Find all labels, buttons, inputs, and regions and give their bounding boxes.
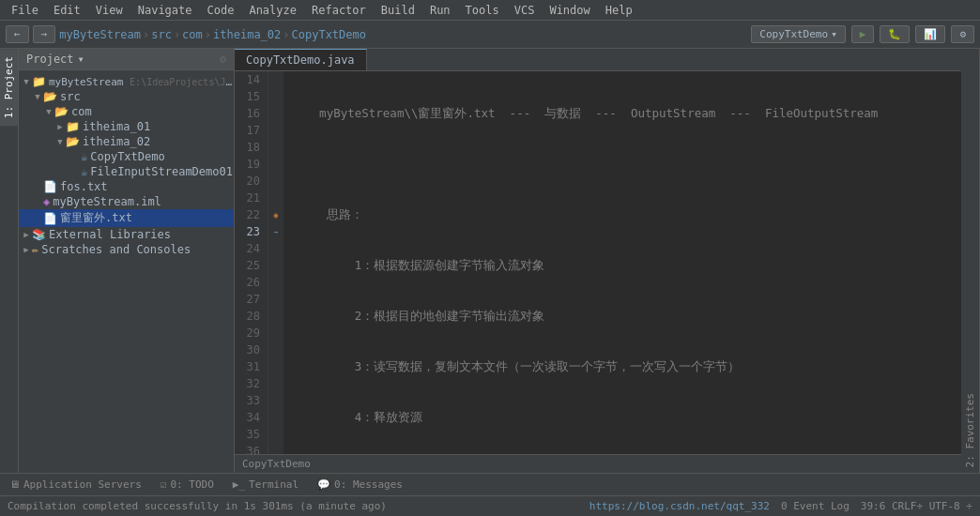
menu-help[interactable]: Help xyxy=(598,2,640,19)
code-line-17: 1：根据数据源创建字节输入流对象 xyxy=(291,257,954,274)
project-panel: Project ▾ ⚙ ▼ 📁 myByteStream E:\IdeaProj… xyxy=(19,49,235,473)
iml-icon: ◈ xyxy=(43,195,50,208)
windowtxt-icon: 📄 xyxy=(43,212,57,225)
coverage-button[interactable]: 📊 xyxy=(915,25,945,43)
tree-item-copytxtdemo[interactable]: ▶ ☕ CopyTxtDemo xyxy=(19,149,234,164)
menu-build[interactable]: Build xyxy=(374,2,422,19)
side-tab-bar: 1: Project xyxy=(0,49,19,473)
code-line-19: 3：读写数据，复制文本文件（一次读取一个字节，一次写入一个字节） xyxy=(291,358,954,375)
menu-edit[interactable]: Edit xyxy=(46,2,88,19)
toolbar: ← → myByteStream › src › com › itheima_0… xyxy=(0,21,980,49)
tree-item-com[interactable]: ▼ 📂 com xyxy=(19,104,234,119)
menu-window[interactable]: Window xyxy=(542,2,597,19)
code-editor[interactable]: 14 15 16 17 18 19 20 21 22 23 24 25 26 2… xyxy=(235,71,961,454)
menu-code[interactable]: Code xyxy=(200,2,242,19)
src-folder-icon: 📂 xyxy=(43,90,57,103)
bottom-tab-todo[interactable]: ☑ 0: TODO xyxy=(151,475,223,494)
favorites-tab[interactable]: 2: Favorites xyxy=(961,387,979,473)
bc-itheima02[interactable]: itheima_02 xyxy=(213,28,281,41)
project-tree: ▼ 📁 myByteStream E:\IdeaProjects\JavaSE.… xyxy=(19,70,234,473)
tree-item-src[interactable]: ▼ 📂 src xyxy=(19,89,234,104)
tree-item-iml[interactable]: ▶ ◈ myByteStream.iml xyxy=(19,194,234,209)
menu-refactor[interactable]: Refactor xyxy=(304,2,374,19)
tree-item-fostxt[interactable]: ▶ 📄 fos.txt xyxy=(19,179,234,194)
tree-item-itheima01[interactable]: ▶ 📁 itheima_01 xyxy=(19,119,234,134)
bc-src[interactable]: src xyxy=(151,28,172,41)
code-line-15 xyxy=(291,156,954,173)
menu-navigate[interactable]: Navigate xyxy=(130,2,200,19)
run-button[interactable]: ▶ xyxy=(851,25,875,43)
status-link[interactable]: https://blog.csdn.net/qqt_332 xyxy=(590,500,770,512)
tree-item-windowtxt[interactable]: ▶ 📄 窗里窗外.txt xyxy=(19,209,234,227)
panel-settings-icon[interactable]: ⚙ xyxy=(220,53,226,66)
more-run-options[interactable]: ⚙ xyxy=(951,25,974,43)
editor-tabs: CopyTxtDemo.java xyxy=(235,49,961,71)
run-config-selector[interactable]: CopyTxtDemo ▾ xyxy=(751,25,845,43)
com-folder-icon: 📂 xyxy=(54,105,69,118)
favorites-tab-bar: 2: Favorites xyxy=(961,49,980,473)
menu-analyze[interactable]: Analyze xyxy=(241,2,304,19)
menu-bar: File Edit View Navigate Code Analyze Ref… xyxy=(0,0,980,21)
tree-item-extlibs[interactable]: ▶ 📚 External Libraries xyxy=(19,227,234,242)
nav-back-button[interactable]: ← xyxy=(6,25,29,43)
status-message: Compilation completed successfully in 1s… xyxy=(8,500,387,512)
todo-icon: ☑ xyxy=(161,478,167,491)
sidebar-tab-project[interactable]: 1: Project xyxy=(0,49,18,126)
status-right: https://blog.csdn.net/qqt_332 0 Event Lo… xyxy=(590,500,972,512)
bottom-tab-appservers[interactable]: 🖥 Application Servers xyxy=(0,475,151,494)
bc-com[interactable]: com xyxy=(182,28,203,41)
tree-item-fileinputstream[interactable]: ▶ ☕ FileInputStreamDemo01 xyxy=(19,164,234,179)
code-line-18: 2：根据目的地创建字节输出流对象 xyxy=(291,308,954,325)
editor-bottom-label: CopyTxtDemo xyxy=(235,454,961,473)
extlibs-icon: 📚 xyxy=(32,228,46,241)
menu-vcs[interactable]: VCS xyxy=(507,2,543,19)
toolbar-breadcrumb: myByteStream › src › com › itheima_02 › … xyxy=(59,28,366,41)
code-line-20: 4：释放资源 xyxy=(291,409,954,426)
project-panel-title: Project xyxy=(26,53,74,66)
menu-tools[interactable]: Tools xyxy=(458,2,507,19)
menu-run[interactable]: Run xyxy=(422,2,458,19)
code-line-14: myByteStream\\窗里窗外.txt --- 与数据 --- Outpu… xyxy=(291,105,954,122)
copytxt-file-icon: ☕ xyxy=(81,150,87,163)
terminal-icon: ▶_ xyxy=(233,478,245,491)
editor-area: CopyTxtDemo.java 14 15 16 17 18 19 20 21… xyxy=(235,49,961,473)
menu-view[interactable]: View xyxy=(88,2,130,19)
tree-item-itheima02[interactable]: ▼ 📂 itheima_02 xyxy=(19,134,234,149)
code-content[interactable]: myByteStream\\窗里窗外.txt --- 与数据 --- Outpu… xyxy=(283,71,961,454)
bc-file[interactable]: CopyTxtDemo xyxy=(292,28,366,41)
status-event-log[interactable]: 0 Event Log xyxy=(781,500,850,512)
status-position: 39:6 CRLF÷ UTF-8 ÷ xyxy=(861,500,972,512)
project-panel-header: Project ▾ ⚙ xyxy=(19,49,234,70)
editor-tab-copytxt[interactable]: CopyTxtDemo.java xyxy=(235,49,367,70)
bottom-tabs: 🖥 Application Servers ☑ 0: TODO ▶_ Termi… xyxy=(0,473,980,495)
code-line-16: 思路： xyxy=(291,206,954,223)
appservers-icon: 🖥 xyxy=(9,478,20,491)
main-layout: 1: Project Project ▾ ⚙ ▼ 📁 myByteStream … xyxy=(0,49,980,473)
debug-button[interactable]: 🐛 xyxy=(880,25,910,43)
itheima02-folder-icon: 📂 xyxy=(66,135,80,148)
line-numbers: 14 15 16 17 18 19 20 21 22 23 24 25 26 2… xyxy=(235,71,268,454)
tree-item-mybytestream[interactable]: ▼ 📁 myByteStream E:\IdeaProjects\JavaSE.… xyxy=(19,74,234,89)
bottom-tab-terminal[interactable]: ▶_ Terminal xyxy=(223,475,308,494)
scratches-icon: ✏ xyxy=(32,243,38,256)
menu-file[interactable]: File xyxy=(4,2,46,19)
toolbar-right: CopyTxtDemo ▾ ▶ 🐛 📊 ⚙ xyxy=(751,25,974,43)
bottom-tab-messages[interactable]: 💬 0: Messages xyxy=(308,475,412,494)
project-icon: 📁 xyxy=(32,75,46,88)
tree-item-scratches[interactable]: ▶ ✏ Scratches and Consoles xyxy=(19,242,234,257)
fileinput-file-icon: ☕ xyxy=(81,165,87,178)
nav-forward-button[interactable]: → xyxy=(33,25,56,43)
fostxt-icon: 📄 xyxy=(43,180,57,193)
gutter: ◉ → xyxy=(268,71,283,454)
itheima01-folder-icon: 📁 xyxy=(66,120,80,133)
bc-project[interactable]: myByteStream xyxy=(59,28,141,41)
messages-icon: 💬 xyxy=(317,478,330,491)
status-bar: Compilation completed successfully in 1s… xyxy=(0,495,980,516)
